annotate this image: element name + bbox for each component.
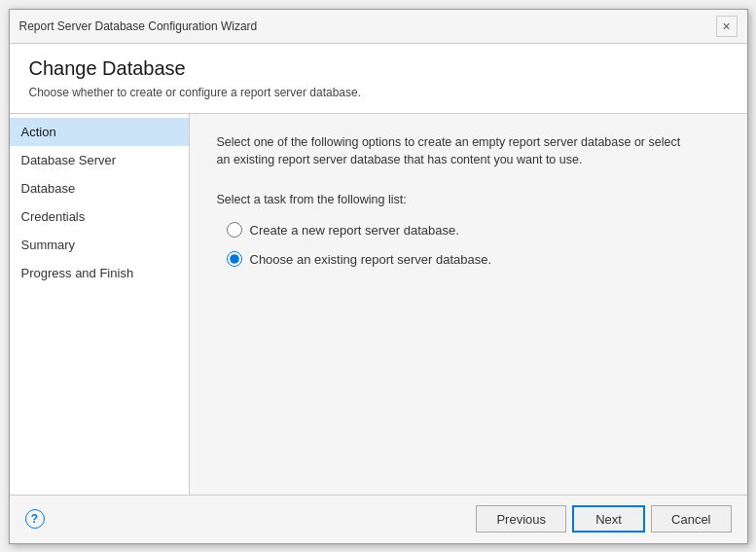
sidebar-item-label: Action [21, 125, 56, 139]
sidebar-item-progress-and-finish[interactable]: Progress and Finish [10, 259, 189, 287]
cancel-button[interactable]: Cancel [651, 505, 731, 533]
radio-create-new[interactable] [227, 222, 242, 238]
page-title: Change Database [29, 57, 728, 80]
content-area: Select one of the following options to c… [190, 114, 747, 495]
radio-group: Create a new report server database. Cho… [227, 222, 720, 267]
sidebar-item-label: Summary [21, 238, 76, 252]
window-title: Report Server Database Configuration Wiz… [19, 19, 258, 33]
sidebar-item-label: Credentials [21, 209, 86, 224]
radio-choose-existing-label: Choose an existing report server databas… [250, 252, 492, 267]
task-label: Select a task from the following list: [217, 193, 720, 206]
footer-left: ? [25, 509, 45, 529]
sidebar-item-label: Database Server [21, 153, 117, 167]
title-bar: Report Server Database Configuration Wiz… [10, 10, 747, 44]
radio-option-create[interactable]: Create a new report server database. [227, 222, 720, 238]
sidebar-item-summary[interactable]: Summary [10, 231, 189, 259]
sidebar-item-database-server[interactable]: Database Server [10, 146, 189, 174]
sidebar-item-credentials[interactable]: Credentials [10, 202, 189, 231]
help-icon[interactable]: ? [25, 509, 45, 529]
page-subtitle: Choose whether to create or configure a … [29, 86, 728, 99]
radio-option-existing[interactable]: Choose an existing report server databas… [227, 251, 720, 267]
sidebar: Action Database Server Database Credenti… [10, 114, 190, 495]
previous-button[interactable]: Previous [476, 505, 566, 533]
sidebar-item-database[interactable]: Database [10, 174, 189, 202]
sidebar-item-label: Progress and Finish [21, 266, 134, 280]
header-section: Change Database Choose whether to create… [10, 44, 747, 114]
radio-create-new-label: Create a new report server database. [250, 223, 459, 238]
footer: ? Previous Next Cancel [10, 495, 747, 543]
close-button[interactable]: × [716, 16, 738, 37]
main-window: Report Server Database Configuration Wiz… [9, 9, 748, 544]
sidebar-item-label: Database [21, 181, 76, 196]
footer-buttons: Previous Next Cancel [476, 505, 731, 533]
sidebar-item-action[interactable]: Action [10, 118, 189, 146]
content-description: Select one of the following options to c… [217, 133, 684, 170]
main-content: Action Database Server Database Credenti… [10, 114, 747, 495]
radio-choose-existing[interactable] [227, 251, 242, 267]
next-button[interactable]: Next [572, 505, 645, 533]
